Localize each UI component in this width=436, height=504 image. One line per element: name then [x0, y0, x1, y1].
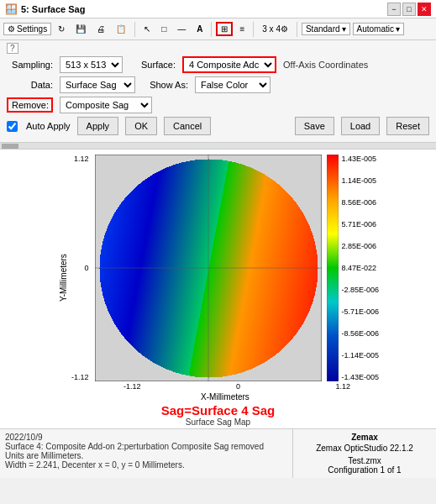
toolbar: ⚙ Settings ↻ 💾 🖨 📋 ↖ □ — A ⊞ ≡ 3 x 4 ⚙ S… [0, 18, 436, 40]
chevron-down-icon2: ▾ [396, 24, 400, 34]
sep4 [297, 22, 297, 37]
off-axis-label: Off-Axis Coordinates [283, 60, 368, 70]
plot-title: Sag=Surface 4 Sag [161, 403, 275, 417]
rect-button[interactable]: □ [157, 23, 171, 35]
show-as-label: Show As: [142, 80, 188, 90]
plot-with-xaxis: 1.12 0 -1.12 1.43E-005 1.14E-005 8.56E-0… [71, 155, 379, 402]
settings-panel: ? Sampling: 513 x 513 Surface: 4 Composi… [0, 40, 436, 143]
plot-subtitle: Surface Sag Map [186, 417, 250, 427]
remove-label: Remove: [7, 97, 53, 113]
y-tick-bot: -1.12 [71, 373, 89, 381]
auto-apply-checkbox[interactable] [7, 121, 18, 132]
help-icon[interactable]: ? [7, 43, 18, 54]
bottom-product: Zemax OpticStudio 22.1.2 [298, 444, 431, 453]
cb-label-9: -1.14E-005 [341, 351, 379, 360]
y-tick-top: 1.12 [74, 155, 89, 163]
title-bar: 🪟 5: Surface Sag − □ ✕ [0, 0, 436, 18]
ok-button[interactable]: OK [125, 117, 157, 135]
window-icon: 🪟 [5, 3, 18, 15]
bottom-config: Configuration 1 of 1 [298, 465, 431, 475]
bottom-date: 2022/10/9 [5, 433, 287, 442]
line-button[interactable]: — [173, 23, 190, 35]
bottom-left: 2022/10/9 Surface 4: Composite Add-on 2:… [0, 429, 293, 478]
data-select[interactable]: Surface Sag [60, 76, 135, 93]
x-tick-left: -1.12 [123, 382, 141, 391]
x-tick-right: 1.12 [335, 382, 350, 391]
standard-dropdown[interactable]: Standard ▾ [302, 23, 350, 35]
cb-label-10: -1.43E-005 [341, 373, 379, 381]
bottom-line1: Surface 4: Composite Add-on 2:perturbati… [5, 442, 287, 451]
scroll-thumb[interactable] [2, 144, 18, 149]
cancel-button[interactable]: Cancel [164, 117, 211, 135]
y-tick-mid: 0 [84, 264, 88, 272]
settings-icon: ⚙ [8, 24, 15, 34]
show-as-select[interactable]: False Color [195, 76, 271, 93]
remove-select[interactable]: Composite Sag [60, 97, 152, 113]
grid-size-btn[interactable]: 3 x 4 ⚙ [258, 23, 292, 35]
sampling-select[interactable]: 513 x 513 [60, 56, 123, 73]
cb-label-3: 5.71E-006 [341, 220, 379, 228]
settings-row-1: Sampling: 513 x 513 Surface: 4 Composite… [7, 56, 429, 73]
settings-label: Settings [17, 24, 47, 34]
cursor-button[interactable]: ↖ [139, 23, 155, 35]
save-icon-btn[interactable]: 💾 [71, 23, 90, 35]
bottom-right: Zemax Zemax OpticStudio 22.1.2 Test.zmx … [293, 429, 436, 478]
print-button[interactable]: 🖨 [92, 23, 109, 35]
window-title: 5: Surface Sag [21, 4, 85, 14]
data-label: Data: [7, 80, 53, 90]
grid-size-label: 3 x 4 [262, 24, 281, 34]
settings-btn-row: Auto Apply Apply OK Cancel Save Load Res… [7, 117, 429, 135]
plot-container: Y-Millimeters 1.12 0 -1.12 1.43E-005 [57, 155, 379, 402]
automatic-dropdown[interactable]: Automatic ▾ [353, 23, 404, 35]
sep3 [253, 22, 254, 37]
list-view-button[interactable]: ≡ [235, 23, 249, 35]
text-button[interactable]: A [192, 23, 207, 35]
settings-dropdown[interactable]: ⚙ Settings [3, 23, 51, 35]
cb-label-1: 1.14E-005 [341, 176, 379, 185]
bottom-line3: Width = 2.241, Decenter x = 0, y = 0 Mil… [5, 460, 287, 470]
sep1 [134, 22, 135, 37]
save-button[interactable]: Save [295, 117, 334, 135]
automatic-label: Automatic [357, 24, 394, 34]
cb-label-7: -5.71E-006 [341, 307, 379, 316]
settings-row-2: Data: Surface Sag Show As: False Color [7, 76, 429, 93]
bottom-file: Test.zmx [298, 456, 431, 465]
grid-view-button[interactable]: ⊞ [216, 22, 233, 36]
maximize-button[interactable]: □ [402, 3, 416, 16]
bottom-info: 2022/10/9 Surface 4: Composite Add-on 2:… [0, 428, 436, 478]
y-ticks: 1.12 0 -1.12 [71, 155, 91, 381]
chevron-down-icon: ▾ [342, 24, 346, 34]
cb-label-0: 1.43E-005 [341, 155, 379, 163]
apply-button[interactable]: Apply [77, 117, 119, 135]
settings-row-3: Remove: Composite Sag [7, 97, 429, 113]
colorbar: 1.43E-005 1.14E-005 8.56E-006 5.71E-006 … [327, 155, 379, 381]
cb-label-5: 8.47E-022 [341, 264, 379, 272]
load-button[interactable]: Load [341, 117, 380, 135]
title-bar-left: 🪟 5: Surface Sag [5, 3, 85, 15]
close-button[interactable]: ✕ [418, 3, 431, 16]
refresh-button[interactable]: ↻ [54, 23, 69, 35]
cb-label-2: 8.56E-006 [341, 198, 379, 207]
sep2 [211, 22, 212, 37]
surface-label: Surface: [129, 60, 176, 70]
colorbar-labels: 1.43E-005 1.14E-005 8.56E-006 5.71E-006 … [341, 155, 379, 381]
auto-apply-label: Auto Apply [26, 121, 71, 131]
sampling-label: Sampling: [7, 60, 53, 70]
bottom-line2: Units are Millimeters. [5, 451, 287, 460]
scroll-area[interactable] [0, 143, 436, 150]
cb-label-8: -8.56E-006 [341, 329, 379, 338]
plot-canvas-area [95, 155, 322, 381]
plot-canvas [95, 155, 322, 381]
cb-label-4: 2.85E-006 [341, 242, 379, 250]
minimize-button[interactable]: − [387, 3, 401, 16]
bottom-company: Zemax [298, 433, 431, 442]
standard-label: Standard [306, 24, 340, 34]
colorbar-gradient [327, 155, 339, 381]
surface-select[interactable]: 4 Composite Adc [182, 56, 276, 73]
x-ticks: -1.12 0 1.12 [123, 382, 350, 391]
copy-button[interactable]: 📋 [112, 23, 130, 35]
reset-button[interactable]: Reset [386, 117, 429, 135]
help-icon-row: ? [7, 44, 429, 53]
cb-label-6: -2.85E-006 [341, 286, 379, 294]
gear-icon: ⚙ [281, 24, 288, 34]
